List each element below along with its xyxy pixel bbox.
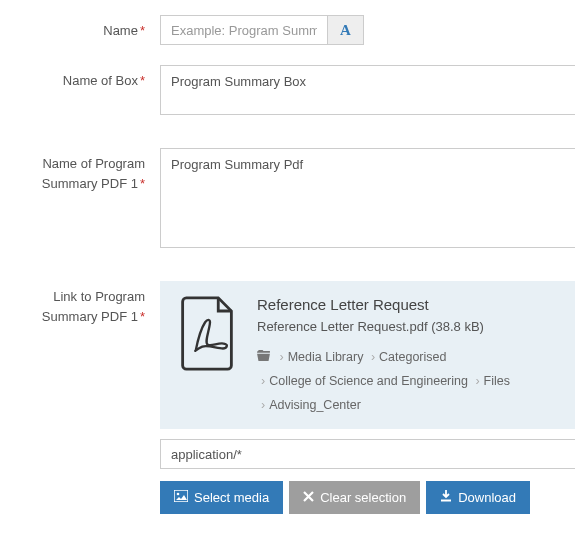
font-style-button[interactable]: A — [328, 15, 364, 45]
clear-selection-button[interactable]: Clear selection — [289, 481, 420, 514]
name-input[interactable] — [160, 15, 328, 45]
name-of-box-input[interactable] — [160, 65, 575, 115]
pdf-name-input[interactable] — [160, 148, 575, 248]
download-icon — [440, 490, 452, 505]
link-label: Link to Program Summary PDF 1* — [0, 281, 160, 514]
breadcrumb: ›Media Library ›Categorised ›College of … — [257, 346, 560, 417]
pdf-file-icon — [175, 296, 239, 371]
folder-icon — [257, 346, 270, 370]
svg-point-1 — [177, 493, 180, 496]
download-button[interactable]: Download — [426, 481, 530, 514]
font-icon: A — [340, 22, 351, 39]
select-media-button[interactable]: Select media — [160, 481, 283, 514]
svg-rect-0 — [174, 490, 188, 502]
name-label: Name* — [0, 15, 160, 45]
svg-rect-2 — [441, 500, 451, 502]
pdf-name-label: Name of Program Summary PDF 1* — [0, 148, 160, 251]
media-title: Reference Letter Request — [257, 296, 560, 313]
close-icon — [303, 490, 314, 505]
media-filename: Reference Letter Request.pdf (38.8 kB) — [257, 319, 560, 334]
media-card: Reference Letter Request Reference Lette… — [160, 281, 575, 429]
mime-type-input[interactable] — [160, 439, 575, 469]
box-label: Name of Box* — [0, 65, 160, 118]
image-icon — [174, 490, 188, 505]
